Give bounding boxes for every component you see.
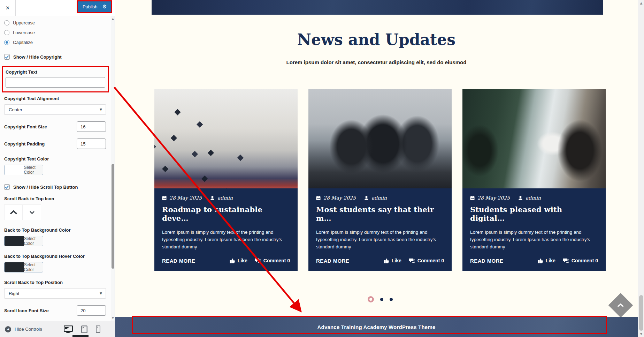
copyright-color-select-button[interactable]: Select Color: [4, 165, 43, 175]
author-icon: [518, 196, 523, 200]
tablet-preview-icon[interactable]: [81, 325, 87, 333]
footer-copyright-text: Advance Training Academy WordPress Theme: [317, 324, 436, 330]
carousel-dot[interactable]: [380, 298, 383, 301]
publish-button-label: Publish: [83, 4, 98, 9]
copyright-font-size-input[interactable]: [77, 121, 106, 132]
collapse-arrow-icon[interactable]: ◀: [5, 326, 11, 332]
like-button[interactable]: Like: [230, 258, 247, 263]
radio-lowercase[interactable]: Lowercase: [4, 30, 106, 35]
gear-icon[interactable]: ⚙: [102, 4, 107, 9]
back-to-top-hover-color-label: Back to Top Background Hover Color: [4, 254, 106, 259]
read-more-link[interactable]: READ MORE: [162, 258, 195, 264]
scroll-position-select[interactable]: Right ▼: [4, 288, 106, 299]
comment-button[interactable]: Comment 0: [563, 258, 598, 263]
like-button[interactable]: Like: [384, 258, 401, 263]
sidebar-scrollbar[interactable]: ▲ ▼: [111, 16, 115, 321]
back-to-top-bg-select-button[interactable]: Select Color: [4, 236, 43, 246]
post-excerpt: Lorem Ipsum is simply dummy text of the …: [470, 229, 598, 251]
comment-icon: [409, 258, 415, 263]
checkbox-show-hide-scroll-top[interactable]: Show / Hide Scroll Top Button: [4, 184, 106, 190]
post-author[interactable]: admin: [526, 195, 541, 201]
customizer-footer-bar: ◀ Hide Controls: [0, 321, 115, 337]
checkbox-checked-icon[interactable]: [4, 184, 10, 190]
like-label: Like: [392, 258, 401, 263]
post-title[interactable]: Students pleased with digital…: [470, 205, 598, 223]
hide-controls-label[interactable]: Hide Controls: [15, 327, 42, 332]
chevron-down-icon: ▼: [100, 108, 102, 111]
post-title[interactable]: Roadmap to sustainable deve…: [162, 205, 290, 223]
post-image-graduation[interactable]: [154, 89, 298, 188]
copyright-alignment-select[interactable]: Center ▼: [4, 104, 106, 115]
scrollbar-thumb[interactable]: [639, 295, 643, 331]
radio-capitalize[interactable]: Capitalize: [4, 40, 106, 45]
news-card: 28 May 2025 admin Roadmap to sustainable…: [154, 89, 298, 271]
news-card: 28 May 2025 admin Most students say that…: [308, 89, 452, 271]
desktop-preview-icon[interactable]: [64, 325, 73, 333]
scrollbar-up-icon[interactable]: ▲: [111, 17, 115, 20]
post-image-tablet-group[interactable]: [462, 89, 606, 188]
radio-label: Capitalize: [13, 40, 33, 45]
checkbox-label: Show / Hide Scroll Top Button: [13, 185, 78, 190]
chevron-down-icon: ▼: [100, 292, 102, 295]
radio-uppercase[interactable]: Uppercase: [4, 20, 106, 25]
comment-count-label: Comment 0: [417, 258, 444, 263]
post-author[interactable]: admin: [371, 195, 387, 201]
carousel-dot[interactable]: [390, 298, 393, 301]
scrollbar-down-icon[interactable]: ▼: [638, 332, 644, 336]
radio-icon[interactable]: [4, 30, 9, 35]
back-to-top-hover-select-button[interactable]: Select Color: [4, 262, 43, 272]
checkbox-label: Show / Hide Copyright: [13, 54, 62, 60]
publish-button[interactable]: Publish ⚙: [78, 1, 111, 12]
radio-icon-selected[interactable]: [4, 40, 9, 45]
preview-scrollbar[interactable]: ▲ ▼: [638, 0, 644, 337]
scrollbar-up-icon[interactable]: ▲: [638, 1, 644, 5]
scrollbar-thumb[interactable]: [112, 164, 114, 269]
scrollbar-down-icon[interactable]: ▼: [111, 317, 115, 320]
color-swatch-dark: [5, 236, 24, 246]
calendar-icon: [316, 196, 321, 200]
calendar-icon: [470, 196, 475, 200]
checkbox-checked-icon[interactable]: [4, 54, 10, 60]
site-footer: Advance Training Academy WordPress Theme: [115, 317, 638, 337]
scroll-position-label: Scroll Back to Top Position: [4, 280, 106, 285]
scroll-to-top-button[interactable]: [608, 293, 633, 318]
calendar-icon: [162, 196, 167, 200]
comment-icon: [563, 258, 569, 263]
comment-icon: [255, 258, 261, 263]
customizer-header: ✕ Publish ⚙: [0, 0, 115, 16]
copyright-padding-input[interactable]: [77, 138, 106, 149]
read-more-link[interactable]: READ MORE: [316, 258, 349, 264]
select-value: Right: [9, 291, 19, 296]
close-icon[interactable]: ✕: [0, 0, 16, 16]
read-more-link[interactable]: READ MORE: [470, 258, 503, 264]
comment-count-label: Comment 0: [572, 258, 598, 263]
thumbs-up-icon: [538, 258, 543, 263]
mobile-preview-icon[interactable]: [96, 325, 100, 333]
radio-label: Lowercase: [13, 30, 35, 35]
chevron-down-icon-option[interactable]: [23, 204, 41, 220]
chevron-up-icon: [617, 303, 624, 308]
checkbox-show-hide-copyright[interactable]: Show / Hide Copyright: [4, 54, 106, 60]
comment-button[interactable]: Comment 0: [255, 258, 290, 263]
author-icon: [364, 196, 369, 200]
carousel-dot-active[interactable]: [368, 296, 374, 302]
post-date: 28 May 2025: [477, 195, 510, 201]
section-title: News and Updates: [115, 31, 638, 48]
customizer-controls: Uppercase Lowercase Capitalize Show / Hi…: [0, 16, 112, 321]
scroll-icon-font-size-input[interactable]: [77, 305, 106, 316]
copyright-text-label: Copyright Text: [6, 69, 105, 75]
post-author[interactable]: admin: [217, 195, 233, 201]
like-button[interactable]: Like: [538, 258, 555, 263]
active-device-indicator: [72, 335, 89, 337]
select-color-label: Select Color: [24, 262, 43, 272]
chevron-up-icon-option[interactable]: [4, 204, 23, 220]
radio-label: Uppercase: [13, 20, 35, 25]
post-image-students-sitting[interactable]: [308, 89, 452, 188]
author-icon: [210, 196, 215, 200]
post-title[interactable]: Most students say that their m…: [316, 205, 444, 223]
copyright-text-input[interactable]: [6, 77, 105, 88]
comment-button[interactable]: Comment 0: [409, 258, 444, 263]
radio-icon[interactable]: [4, 20, 9, 25]
like-label: Like: [546, 258, 555, 263]
copyright-font-size-label: Copyright Font Size: [4, 124, 47, 129]
